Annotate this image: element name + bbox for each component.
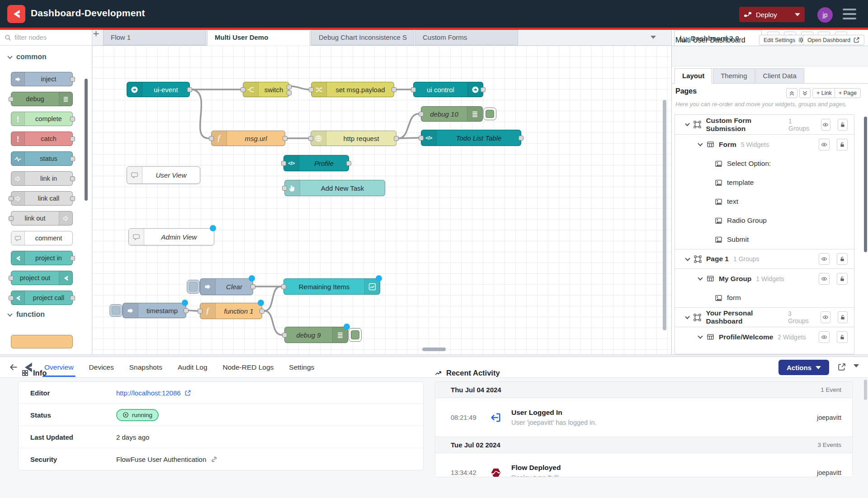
inject-button[interactable] [109, 304, 123, 317]
lock-toggle-button[interactable] [837, 253, 848, 265]
flow-node-admin-view[interactable]: Admin View [128, 228, 214, 245]
debug-toggle-button[interactable] [349, 328, 362, 342]
input-port[interactable] [309, 87, 314, 92]
instance-tab-snapshots[interactable]: Snapshots [129, 363, 162, 372]
flow-node-todo-list-table[interactable]: </>Todo List Table [421, 130, 521, 146]
open-dashboard-button[interactable]: Open Dashboard [803, 35, 864, 45]
visibility-toggle-button[interactable] [821, 311, 830, 323]
input-port[interactable] [241, 87, 245, 92]
flow-tab-multi-user-demo[interactable]: Multi User Demo [207, 30, 310, 46]
output-port[interactable] [519, 136, 524, 141]
flow-node-profile[interactable]: </>Profile [283, 155, 349, 171]
palette-node-project-out[interactable]: project out [11, 271, 73, 285]
main-menu-button[interactable] [843, 9, 856, 19]
palette-search[interactable] [0, 30, 92, 46]
output-port[interactable] [70, 117, 75, 122]
input-port[interactable] [419, 112, 424, 117]
tree-widget-template[interactable]: template [675, 173, 854, 192]
output-port[interactable] [394, 136, 399, 141]
lock-toggle-button[interactable] [838, 311, 848, 323]
tree-group-profile-welcome[interactable]: Profile/Welcome2 Widgets [675, 327, 854, 347]
chevron-down-icon[interactable] [685, 122, 690, 127]
filter-nodes-input[interactable] [14, 34, 78, 41]
tree-page-custom-form-submission[interactable]: Custom Form Submission1 Groups [675, 115, 854, 135]
output-port[interactable] [70, 77, 75, 82]
edit-settings-button[interactable]: Edit Settings [759, 35, 809, 45]
flow-node-clear[interactable]: Clear [200, 278, 253, 295]
palette-node-link-call[interactable]: link call [11, 191, 73, 206]
flow-node-timestamp[interactable]: timestamp [123, 303, 186, 318]
output-port[interactable] [70, 296, 75, 301]
input-port[interactable] [281, 284, 286, 289]
tree-widget-text[interactable]: text [675, 192, 854, 211]
input-port[interactable] [209, 136, 214, 141]
canvas-vertical-scrollbar[interactable] [663, 100, 666, 330]
input-port[interactable] [282, 333, 287, 338]
tab-client-data[interactable]: Client Data [755, 68, 804, 84]
collapse-all-button[interactable] [786, 88, 797, 98]
output-port[interactable] [287, 85, 292, 89]
instance-tab-node-red-logs[interactable]: Node-RED Logs [223, 363, 274, 372]
visibility-toggle-button[interactable] [819, 331, 830, 343]
tree-widget-select-option[interactable]: Select Option: [675, 154, 854, 173]
output-port[interactable] [70, 156, 75, 161]
output-port[interactable] [346, 161, 351, 166]
flow-node-http-request[interactable]: http request [311, 131, 396, 146]
input-port[interactable] [9, 97, 14, 102]
tree-widget-submit[interactable]: Submit [675, 230, 854, 249]
flow-tab-debug-chart-inconsistence-s[interactable]: Debug Chart Inconsistence S [311, 30, 414, 45]
chevron-down-icon[interactable] [698, 334, 703, 338]
instance-tab-audit-log[interactable]: Audit Log [178, 363, 208, 372]
input-port[interactable] [282, 186, 287, 191]
flow-node-switch[interactable]: switch [243, 82, 289, 97]
palette-node-link-out[interactable]: link out [11, 211, 73, 226]
input-port[interactable] [281, 161, 286, 166]
instance-tab-devices[interactable]: Devices [89, 363, 114, 372]
activity-event-flow-deployed[interactable]: 13:34:42Flow DeployedDeploy type 'full'j… [435, 453, 852, 477]
visibility-toggle-button[interactable] [819, 253, 830, 265]
flow-node-ui-control[interactable]: ui control [413, 82, 483, 97]
expand-all-button[interactable] [799, 88, 811, 98]
tree-page-your-personal-dashboard[interactable]: Your Personal Dashboard3 Groups [675, 307, 854, 327]
input-port[interactable] [411, 87, 416, 92]
palette-node-inject[interactable]: inject [11, 72, 73, 86]
tree-group-form[interactable]: Form5 Widgets [675, 135, 854, 154]
collapse-panel-caret-icon[interactable] [854, 364, 859, 367]
input-port[interactable] [9, 216, 14, 221]
lock-toggle-button[interactable] [837, 273, 848, 285]
flow-node-msg-url[interactable]: ƒmsg.url [211, 131, 285, 146]
input-port[interactable] [9, 196, 14, 201]
palette-node-status[interactable]: status [11, 151, 73, 166]
output-port[interactable] [250, 284, 255, 289]
visibility-toggle-button[interactable] [819, 273, 830, 285]
actions-button[interactable]: Actions [778, 360, 829, 375]
chevron-down-icon[interactable] [698, 141, 703, 146]
input-port[interactable] [419, 136, 424, 141]
lock-toggle-button[interactable] [837, 139, 848, 150]
output-port[interactable] [184, 308, 189, 313]
input-port[interactable] [9, 296, 14, 301]
output-port[interactable] [70, 136, 75, 141]
palette-scrollbar[interactable] [85, 79, 88, 201]
lock-toggle-button[interactable] [837, 331, 848, 343]
add-link-button[interactable]: + Link [812, 88, 836, 98]
tree-widget-form[interactable]: form [675, 288, 854, 307]
sidebar-scrollbar[interactable] [864, 117, 867, 252]
flow-tab-flow-1[interactable]: Flow 1 [103, 30, 206, 45]
output-port[interactable] [283, 136, 288, 141]
palette-section-function[interactable]: function [8, 310, 92, 319]
visibility-toggle-button[interactable] [821, 119, 831, 131]
flow-node-set-msg-payload[interactable]: set msg.payload [311, 82, 394, 97]
instance-tab-settings[interactable]: Settings [289, 363, 314, 372]
deploy-dropdown-caret-icon[interactable] [795, 13, 800, 16]
tree-group-my-group[interactable]: My Group1 Widgets [675, 269, 854, 288]
add-page-button[interactable]: + Page [835, 88, 861, 98]
output-port[interactable] [70, 196, 75, 201]
back-button[interactable] [9, 363, 18, 371]
output-port[interactable] [287, 90, 292, 95]
flow-tab-custom-forms[interactable]: Custom Forms [415, 30, 518, 45]
palette-node-project-call[interactable]: project call [11, 291, 73, 305]
user-avatar[interactable]: jp [817, 7, 833, 23]
inject-button[interactable] [187, 280, 200, 294]
palette-section-common[interactable]: common [8, 53, 92, 61]
